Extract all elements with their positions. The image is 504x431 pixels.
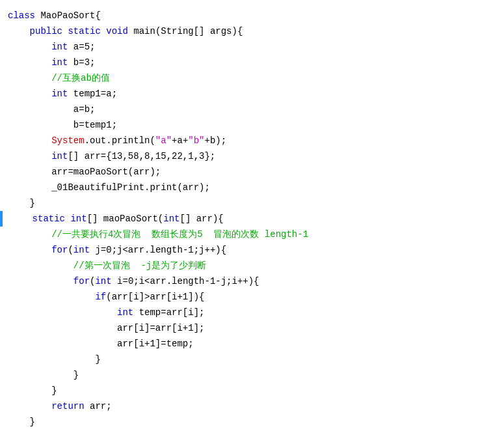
line-content-11: arr=maoPaoSort(arr); — [5, 165, 504, 179]
line-5: //互换ab的值 — [0, 70, 504, 86]
line-1: class MaoPaoSort{ — [0, 8, 504, 23]
line-content-4: int b=3; — [5, 55, 504, 70]
line-content-7: a=b; — [5, 102, 504, 117]
line-16: for(int j=0;j<arr.length-1;j++){ — [0, 242, 504, 258]
line-content-5: //互换ab的值 — [5, 71, 504, 85]
line-22: arr[i+1]=temp; — [0, 336, 504, 352]
line-21: arr[i]=arr[i+1]; — [0, 320, 504, 336]
code-window: class MaoPaoSort{ public static void mai… — [0, 0, 504, 431]
line-content-21: arr[i]=arr[i+1]; — [5, 321, 504, 335]
code-block: class MaoPaoSort{ public static void mai… — [0, 5, 504, 431]
line-content-6: int temp1=a; — [5, 87, 504, 101]
line-content-9: System.out.println("a"+a+"b"+b); — [5, 133, 504, 148]
line-content-15: //一共要执行4次冒泡 数组长度为5 冒泡的次数 length-1 — [5, 227, 504, 242]
line-content-20: int temp=arr[i]; — [5, 305, 504, 320]
line-content-27: } — [5, 415, 504, 429]
line-content-18: for(int i=0;i<arr.length-1-j;i++){ — [5, 274, 504, 288]
line-content-17: //第一次冒泡 -j是为了少判断 — [5, 258, 504, 273]
line-9: System.out.println("a"+a+"b"+b); — [0, 133, 504, 148]
line-14: static int[] maoPaoSort(int[] arr){ — [0, 211, 504, 227]
line-content-12: _01BeautifulPrint.print(arr); — [5, 180, 504, 195]
line-4: int b=3; — [0, 55, 504, 70]
line-11: arr=maoPaoSort(arr); — [0, 164, 504, 180]
line-12: _01BeautifulPrint.print(arr); — [0, 180, 504, 195]
line-18: for(int i=0;i<arr.length-1-j;i++){ — [0, 273, 504, 289]
line-content-23: } — [5, 352, 504, 367]
line-content-2: public static void main(String[] args){ — [5, 24, 504, 38]
line-content-19: if(arr[i]>arr[i+1]){ — [5, 290, 504, 304]
line-content-14: static int[] maoPaoSort(int[] arr){ — [5, 212, 504, 226]
line-content-26: return arr; — [5, 399, 504, 413]
line-13: } — [0, 195, 504, 211]
line-content-22: arr[i+1]=temp; — [5, 337, 504, 351]
blue-bar-indicator — [0, 211, 3, 227]
line-2: public static void main(String[] args){ — [0, 23, 504, 39]
line-content-24: } — [5, 368, 504, 382]
line-23: } — [0, 352, 504, 367]
line-17: //第一次冒泡 -j是为了少判断 — [0, 258, 504, 273]
line-content-8: b=temp1; — [5, 118, 504, 132]
line-27: } — [0, 414, 504, 430]
line-3: int a=5; — [0, 39, 504, 55]
line-26: return arr; — [0, 398, 504, 414]
line-19: if(arr[i]>arr[i+1]){ — [0, 289, 504, 305]
line-20: int temp=arr[i]; — [0, 305, 504, 320]
line-content-3: int a=5; — [5, 40, 504, 54]
line-24: } — [0, 367, 504, 383]
line-content-1: class MaoPaoSort{ — [5, 8, 504, 23]
line-content-10: int[] arr={13,58,8,15,22,1,3}; — [5, 149, 504, 163]
line-8: b=temp1; — [0, 117, 504, 133]
line-content-16: for(int j=0;j<arr.length-1;j++){ — [5, 243, 504, 257]
line-7: a=b; — [0, 102, 504, 117]
line-15: //一共要执行4次冒泡 数组长度为5 冒泡的次数 length-1 — [0, 227, 504, 242]
line-25: } — [0, 383, 504, 398]
line-content-25: } — [5, 383, 504, 398]
line-6: int temp1=a; — [0, 86, 504, 102]
line-content-13: } — [5, 196, 504, 210]
line-10: int[] arr={13,58,8,15,22,1,3}; — [0, 148, 504, 164]
